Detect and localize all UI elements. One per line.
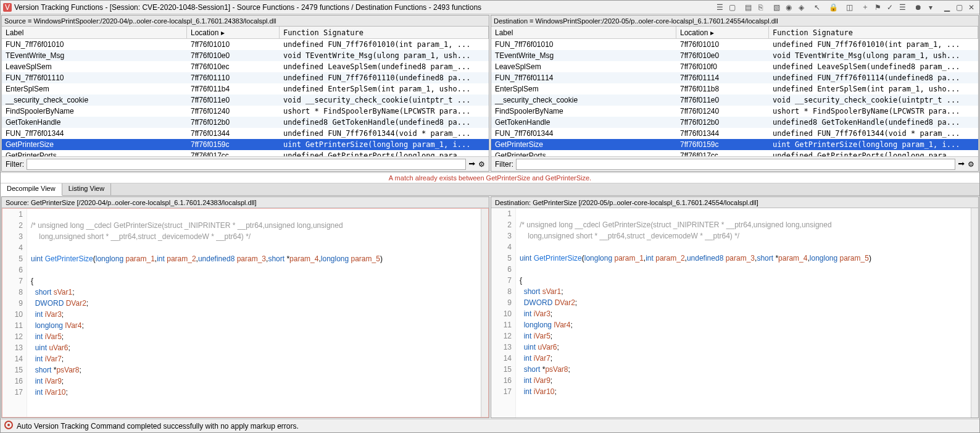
- table-row[interactable]: __security_check_cookie7ff76f011e0void _…: [2, 95, 489, 106]
- status-icon: [4, 421, 13, 431]
- table-row[interactable]: FUN_7ff76f013447ff76f01344undefined FUN_…: [491, 128, 978, 139]
- circle-icon[interactable]: ◉: [783, 2, 794, 12]
- table-row[interactable]: FUN_7ff76f013447ff76f01344undefined FUN_…: [2, 128, 489, 139]
- lock-icon[interactable]: 🔒: [828, 2, 839, 12]
- match-message: A match already exists between GetPrinte…: [1, 172, 979, 183]
- dest-table-header: Label Location ▸ Function Signature: [491, 27, 978, 39]
- col-location[interactable]: Location ▸: [676, 27, 769, 38]
- minimize-icon[interactable]: ▁: [941, 2, 952, 12]
- statusbar: Auto Version Tracking Command completed …: [1, 419, 979, 432]
- table-row[interactable]: GetPrinterSize7ff76f0159cuint GetPrinter…: [2, 139, 489, 150]
- source-code-header: Source: GetPrinterSize [/2020-04/p..oole…: [2, 197, 489, 208]
- table-row[interactable]: FindSpoolerByName7ff76f01240ushort * Fin…: [491, 106, 978, 117]
- dest-header: Destination = WindowsPrintSpooler:/2020-…: [491, 15, 978, 27]
- tab-decompile[interactable]: Decompile View: [1, 183, 62, 196]
- view-tabs: Decompile View Listing View: [1, 183, 979, 196]
- svg-text:V: V: [5, 3, 10, 12]
- source-code-pane: Source: GetPrinterSize [/2020-04/p..oole…: [1, 196, 489, 418]
- status-text: Auto Version Tracking Command completed …: [17, 422, 299, 431]
- table-row[interactable]: FUN_7ff76f010107ff76f01010undefined FUN_…: [2, 39, 489, 50]
- source-table-header: Label Location ▸ Function Signature: [2, 27, 489, 39]
- table-row[interactable]: LeaveSplSem7ff76f010ecundefined LeaveSpl…: [2, 61, 489, 72]
- source-pane: Source = WindowsPrintSpooler:/2020-04/p.…: [1, 15, 489, 172]
- source-table-body[interactable]: FUN_7ff76f010107ff76f01010undefined FUN_…: [2, 39, 489, 156]
- diamond-icon[interactable]: ◈: [795, 2, 807, 12]
- dest-code-pane: Destination: GetPrinterSize [/2020-05/p.…: [491, 196, 979, 418]
- table-row[interactable]: LeaveSplSem7ff76f010f0undefined LeaveSpl…: [491, 61, 978, 72]
- filter-label: Filter:: [495, 160, 513, 169]
- table-row[interactable]: GetPrinterPorts7ff76f017ccundefined GetP…: [2, 150, 489, 156]
- table-row[interactable]: EnterSplSem7ff76f011b4undefined EnterSpl…: [2, 83, 489, 95]
- scrollbar[interactable]: [971, 208, 978, 418]
- table-row[interactable]: TEventWrite_Msg7ff76f010e0void TEventWri…: [491, 50, 978, 61]
- close-icon[interactable]: ✕: [966, 2, 977, 12]
- filter-label: Filter:: [6, 160, 24, 169]
- tab-listing[interactable]: Listing View: [62, 183, 112, 195]
- svg-point-3: [7, 424, 10, 426]
- table-row[interactable]: FUN_7ff76f011107ff76f01110undefined FUN_…: [2, 72, 489, 83]
- dest-filter-row: Filter: ⮕ ⚙: [491, 156, 978, 171]
- check-icon[interactable]: ✓: [884, 2, 895, 12]
- copy-icon[interactable]: ⎘: [755, 2, 766, 12]
- maximize-icon[interactable]: ▢: [953, 2, 965, 12]
- source-header: Source = WindowsPrintSpooler:/2020-04/p.…: [2, 15, 489, 27]
- sort-icon: ▸: [221, 28, 225, 37]
- source-filter-input[interactable]: [27, 159, 466, 170]
- table-row[interactable]: GetTokenHandle7ff76f012b0undefined8 GetT…: [491, 117, 978, 128]
- table-row[interactable]: GetTokenHandle7ff76f012b0undefined8 GetT…: [2, 117, 489, 128]
- table-row[interactable]: GetPrinterPorts7ff76f017ccundefined GetP…: [491, 150, 978, 156]
- plus-icon[interactable]: ＋: [860, 2, 871, 12]
- dest-code-header: Destination: GetPrinterSize [/2020-05/p.…: [491, 197, 978, 208]
- flag-icon[interactable]: ⚑: [872, 2, 883, 12]
- app-icon: V: [3, 3, 12, 12]
- checkbox-icon[interactable]: ▢: [726, 2, 737, 12]
- col-label[interactable]: Label: [491, 27, 676, 38]
- dual-pane-icon[interactable]: ◫: [844, 2, 855, 12]
- table-row[interactable]: EnterSplSem7ff76f011b8undefined EnterSpl…: [491, 83, 978, 95]
- dest-code-area[interactable]: 1234567891011121314151617 /* unsigned lo…: [491, 208, 978, 418]
- table-row[interactable]: FUN_7ff76f010107ff76f01010undefined FUN_…: [491, 39, 978, 50]
- dest-pane: Destination = WindowsPrintSpooler:/2020-…: [491, 15, 979, 172]
- sort-icon: ▸: [710, 28, 714, 37]
- table-row[interactable]: FindSpoolerByName7ff76f01240ushort * Fin…: [2, 106, 489, 117]
- list-icon[interactable]: ☰: [714, 2, 725, 12]
- filter-apply-icon[interactable]: ⮕: [958, 160, 965, 169]
- dest-filter-input[interactable]: [516, 159, 955, 170]
- square-icon[interactable]: ▧: [771, 2, 782, 12]
- scrollbar[interactable]: [481, 209, 488, 417]
- cursor-icon[interactable]: ↖: [812, 2, 823, 12]
- window-titlebar: V Version Tracking Functions - [Session:…: [1, 1, 979, 14]
- table-row[interactable]: GetPrinterSize7ff76f0159cuint GetPrinter…: [491, 139, 978, 150]
- col-signature[interactable]: Function Signature: [769, 27, 978, 38]
- filter-settings-icon[interactable]: ⚙: [478, 160, 485, 169]
- star-icon[interactable]: ☰: [897, 2, 908, 12]
- source-filter-row: Filter: ⮕ ⚙: [2, 156, 489, 171]
- filter-settings-icon[interactable]: ⚙: [968, 160, 974, 169]
- table-row[interactable]: TEventWrite_Msg7ff76f010e0void TEventWri…: [2, 50, 489, 61]
- columns-icon[interactable]: ▤: [742, 2, 754, 12]
- stop-icon[interactable]: ⏺: [913, 2, 924, 12]
- toolbar: ☰ ▢ ▤ ⎘ ▧ ◉ ◈ ↖ 🔒 ◫ ＋ ⚑ ✓ ☰ ⏺ ▾ ▁ ▢ ✕: [714, 2, 977, 12]
- table-row[interactable]: FUN_7ff76f011147ff76f01114undefined FUN_…: [491, 72, 978, 83]
- chevron-down-icon[interactable]: ▾: [925, 2, 936, 12]
- col-signature[interactable]: Function Signature: [280, 27, 489, 38]
- filter-apply-icon[interactable]: ⮕: [468, 160, 476, 169]
- source-code-area[interactable]: 1234567891011121314151617 /* unsigned lo…: [2, 208, 489, 418]
- col-location[interactable]: Location ▸: [187, 27, 280, 38]
- col-label[interactable]: Label: [2, 27, 187, 38]
- table-row[interactable]: __security_check_cookie7ff76f011e0void _…: [491, 95, 978, 106]
- window-title: Version Tracking Functions - [Session: C…: [14, 3, 714, 12]
- dest-table-body[interactable]: FUN_7ff76f010107ff76f01010undefined FUN_…: [491, 39, 978, 156]
